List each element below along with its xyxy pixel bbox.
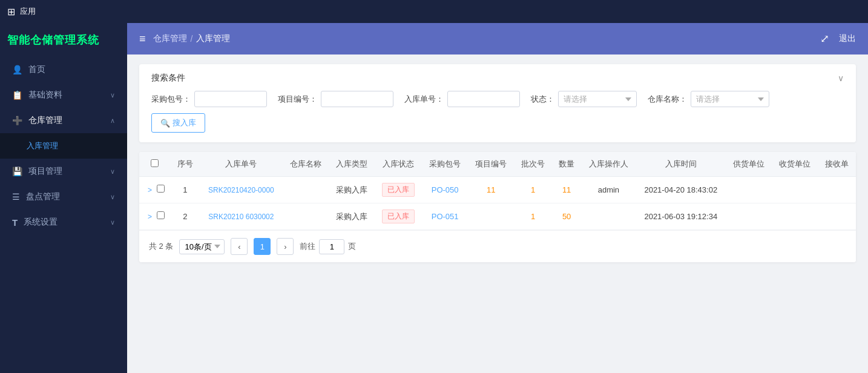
project-icon: 💾 xyxy=(12,167,22,176)
page-goto-input[interactable] xyxy=(319,239,344,254)
page-content: 搜索条件 ∨ 采购包号： 项目编号： 入库单号： xyxy=(127,54,868,373)
menu-toggle-icon[interactable]: ≡ xyxy=(139,33,146,45)
col-index: 序号 xyxy=(171,152,200,177)
col-batch-no: 批次号 xyxy=(514,152,551,177)
sidebar-item-home[interactable]: 👤 首页 xyxy=(0,57,127,82)
col-quantity: 数量 xyxy=(552,152,582,177)
sidebar-sub-inbound[interactable]: 入库管理 xyxy=(0,133,127,159)
logout-button[interactable]: 退出 xyxy=(839,33,856,44)
chevron-icon-5: ∨ xyxy=(110,219,115,226)
search-button[interactable]: 🔍 搜入库 xyxy=(151,113,205,133)
chevron-icon-2: ∧ xyxy=(110,117,115,125)
next-page-button[interactable]: › xyxy=(277,238,294,255)
prev-page-button[interactable]: ‹ xyxy=(231,238,248,255)
row-expand-button[interactable]: > xyxy=(145,185,154,196)
purchase-pkg-input[interactable] xyxy=(194,91,267,107)
warehouse-select[interactable]: 请选择 xyxy=(691,91,769,107)
table-container: 序号 入库单号 仓库名称 入库类型 入库状态 采购包号 项目编号 批次号 数量 … xyxy=(139,152,856,230)
cell-purchase-pkg: PO-050 xyxy=(422,177,468,203)
cell-status: 已入库 xyxy=(375,203,422,230)
search-field-inbound: 入库单号： xyxy=(404,91,520,107)
status-label: 状态： xyxy=(531,94,554,105)
grid-icon: ⊞ xyxy=(7,6,15,18)
col-receiver: 收货单位 xyxy=(772,152,818,177)
breadcrumb-parent[interactable]: 仓库管理 xyxy=(153,33,187,44)
col-supplier: 供货单位 xyxy=(726,152,772,177)
col-warehouse-name: 仓库名称 xyxy=(283,152,329,177)
chevron-icon-3: ∨ xyxy=(110,168,115,176)
sidebar: 智能仓储管理系统 👤 首页 📋 基础资料 ∨ ➕ xyxy=(0,23,127,373)
cell-supplier xyxy=(726,203,772,230)
row-checkbox[interactable] xyxy=(157,211,165,219)
table-row: > 1 SRK20210420-0000 采购入库 已入库 PO-050 11 … xyxy=(139,177,856,203)
breadcrumb-current: 入库管理 xyxy=(196,33,230,44)
search-field-project: 项目编号： xyxy=(278,91,393,107)
content-area: ≡ 仓库管理 / 入库管理 ⤢ 退出 搜索条件 ∨ xyxy=(127,23,868,373)
cell-operator: admin xyxy=(581,177,636,203)
basic-icon: 📋 xyxy=(12,90,22,100)
col-operator: 入库操作人 xyxy=(581,152,636,177)
cell-operator xyxy=(581,203,636,230)
cell-index: 2 xyxy=(171,203,200,230)
status-select[interactable]: 请选择 xyxy=(558,91,637,107)
cell-receipt xyxy=(818,203,856,230)
cell-batch-no: 1 xyxy=(514,203,551,230)
search-btn-icon: 🔍 xyxy=(160,119,170,128)
sidebar-item-inventory[interactable]: ☰ 盘点管理 ∨ xyxy=(0,184,127,210)
select-all-checkbox[interactable] xyxy=(151,159,159,167)
breadcrumb-separator: / xyxy=(191,34,193,44)
current-page-button[interactable]: 1 xyxy=(254,238,271,255)
row-expand-button[interactable]: > xyxy=(145,211,154,222)
project-no-input[interactable] xyxy=(321,91,393,107)
header-bar: ≡ 仓库管理 / 入库管理 ⤢ 退出 xyxy=(127,23,868,54)
inbound-table: 序号 入库单号 仓库名称 入库类型 入库状态 采购包号 项目编号 批次号 数量 … xyxy=(139,152,856,230)
sidebar-item-basic[interactable]: 📋 基础资料 ∨ xyxy=(0,82,127,108)
top-bar: ⊞ 应用 xyxy=(0,0,868,23)
search-field-purchase: 采购包号： xyxy=(151,91,267,107)
cell-inbound-no: SRK20210420-0000 xyxy=(200,177,282,203)
search-panel: 搜索条件 ∨ 采购包号： 项目编号： 入库单号： xyxy=(139,64,856,142)
cell-receiver xyxy=(772,203,818,230)
chevron-icon: ∨ xyxy=(110,91,115,99)
col-project-no: 项目编号 xyxy=(468,152,514,177)
cell-warehouse-name xyxy=(283,203,329,230)
search-panel-title: 搜索条件 xyxy=(151,73,185,84)
col-inbound-type: 入库类型 xyxy=(329,152,375,177)
sidebar-item-settings[interactable]: T 系统设置 ∨ xyxy=(0,210,127,235)
fullscreen-icon[interactable]: ⤢ xyxy=(820,32,829,45)
row-checkbox[interactable] xyxy=(157,185,165,193)
sidebar-item-warehouse[interactable]: ➕ 仓库管理 ∧ xyxy=(0,108,127,133)
table-panel: 序号 入库单号 仓库名称 入库类型 入库状态 采购包号 项目编号 批次号 数量 … xyxy=(139,152,856,262)
chevron-icon-4: ∨ xyxy=(110,193,115,201)
search-row: 采购包号： 项目编号： 入库单号： 状态： 请选择 xyxy=(151,91,844,107)
inbound-no-input[interactable] xyxy=(447,91,520,107)
status-badge: 已入库 xyxy=(382,183,415,197)
table-row: > 2 SRK20210 6030002 采购入库 已入库 PO-051 1 5… xyxy=(139,203,856,230)
top-bar-label: 应用 xyxy=(20,6,36,17)
settings-icon: T xyxy=(12,217,18,228)
cell-status: 已入库 xyxy=(375,177,422,203)
sidebar-item-project[interactable]: 💾 项目管理 ∨ xyxy=(0,159,127,184)
col-inbound-time: 入库时间 xyxy=(636,152,726,177)
cell-batch-no: 1 xyxy=(514,177,551,203)
page-size-select[interactable]: 10条/页20条/页50条/页 xyxy=(179,239,225,254)
inventory-icon: ☰ xyxy=(12,192,20,202)
goto-suffix: 页 xyxy=(348,241,356,252)
sidebar-nav: 👤 首页 📋 基础资料 ∨ ➕ 仓库管理 ∧ xyxy=(0,57,127,373)
col-purchase-pkg: 采购包号 xyxy=(422,152,468,177)
search-btn-label: 搜入库 xyxy=(173,117,196,128)
cell-quantity: 50 xyxy=(552,203,582,230)
purchase-pkg-label: 采购包号： xyxy=(151,94,191,105)
cell-receiver xyxy=(772,177,818,203)
total-count: 共 2 条 xyxy=(149,241,173,252)
table-header-row: 序号 入库单号 仓库名称 入库类型 入库状态 采购包号 项目编号 批次号 数量 … xyxy=(139,152,856,177)
main-layout: 智能仓储管理系统 👤 首页 📋 基础资料 ∨ ➕ xyxy=(0,23,868,373)
warehouse-icon: ➕ xyxy=(12,116,22,125)
warehouse-label: 仓库名称： xyxy=(648,94,687,105)
cell-receipt xyxy=(818,177,856,203)
collapse-icon[interactable]: ∨ xyxy=(838,73,844,83)
cell-project-no: 11 xyxy=(468,177,514,203)
project-no-label: 项目编号： xyxy=(278,94,317,105)
inbound-no-label: 入库单号： xyxy=(404,94,444,105)
cell-supplier xyxy=(726,177,772,203)
